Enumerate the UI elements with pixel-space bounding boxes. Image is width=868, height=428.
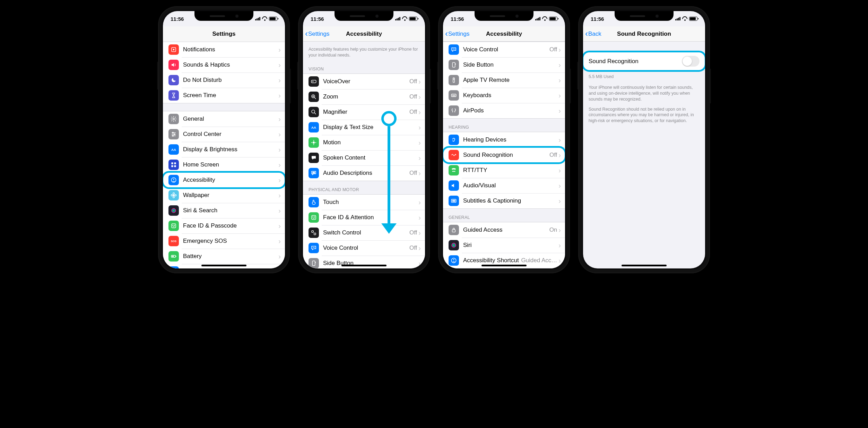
- row-control-center[interactable]: Control Center›: [163, 127, 285, 142]
- home-indicator[interactable]: [201, 265, 246, 266]
- content-area[interactable]: Accessibility features help you customiz…: [303, 42, 425, 268]
- row-motion[interactable]: Motion›: [303, 135, 425, 150]
- side-button-icon: [449, 60, 459, 70]
- svg-rect-24: [172, 224, 176, 228]
- row-rtt-tty[interactable]: RTT/TTY›: [443, 163, 565, 178]
- row-sound-recog[interactable]: Sound RecognitionOff›: [443, 147, 565, 163]
- page-title: Settings: [212, 31, 235, 37]
- row-side-button[interactable]: Side Button›: [443, 57, 565, 72]
- chevron-left-icon: ‹: [445, 29, 448, 38]
- page-title: Accessibility: [346, 31, 382, 37]
- chevron-right-icon: ›: [278, 238, 281, 245]
- content-area[interactable]: Sound Recognition5.5 MB UsedYour iPhone …: [583, 42, 705, 268]
- row-face-id[interactable]: Face ID & Passcode›: [163, 218, 285, 233]
- row-magnifier[interactable]: MagnifierOff›: [303, 104, 425, 120]
- row-value: Off: [409, 229, 417, 236]
- row-siri-search[interactable]: Siri & Search›: [163, 203, 285, 218]
- svg-text:AA: AA: [311, 126, 316, 129]
- row-display-bright[interactable]: AADisplay & Brightness›: [163, 142, 285, 157]
- row-battery[interactable]: Battery›: [163, 249, 285, 264]
- row-display-text[interactable]: AADisplay & Text Size›: [303, 120, 425, 135]
- row-airpods[interactable]: AirPods›: [443, 103, 565, 118]
- row-screen-time[interactable]: Screen Time›: [163, 88, 285, 103]
- settings-group: VoiceOverOff›ZoomOff›MagnifierOff›AADisp…: [303, 74, 425, 181]
- row-side-button[interactable]: Side Button›: [303, 256, 425, 268]
- row-emergency-sos[interactable]: SOSEmergency SOS›: [163, 233, 285, 249]
- svg-point-7: [174, 134, 175, 135]
- spoken-content-icon: [309, 153, 319, 163]
- row-do-not-disturb[interactable]: Do Not Disturb›: [163, 72, 285, 88]
- voiceover-icon: [309, 76, 319, 87]
- row-notifications[interactable]: Notifications›: [163, 42, 285, 57]
- svg-point-32: [312, 81, 313, 82]
- display-text-icon: AA: [309, 122, 319, 132]
- row-audio-desc[interactable]: ADAudio DescriptionsOff›: [303, 165, 425, 181]
- row-audio-visual[interactable]: Audio/Visual›: [443, 178, 565, 193]
- row-apple-tv-r[interactable]: Apple TV Remote›: [443, 72, 565, 88]
- svg-rect-30: [172, 256, 174, 257]
- row-label: Voice Control: [463, 46, 549, 53]
- row-label: Siri: [463, 242, 558, 249]
- row-label: Side Button: [463, 61, 558, 68]
- settings-group: General›Control Center›AADisplay & Brigh…: [163, 111, 285, 268]
- svg-point-36: [313, 142, 315, 144]
- row-subtitles[interactable]: CCSubtitles & Captioning›: [443, 193, 565, 208]
- row-accessibility[interactable]: Accessibility›: [163, 172, 285, 188]
- status-time: 11:56: [171, 16, 184, 22]
- chevron-right-icon: ›: [558, 92, 561, 99]
- chevron-right-icon: ›: [558, 136, 561, 143]
- status-time: 11:56: [591, 16, 604, 22]
- svg-rect-12: [171, 165, 173, 167]
- row-spoken-content[interactable]: Spoken Content›: [303, 150, 425, 165]
- content-area[interactable]: Voice ControlOff›Side Button›Apple TV Re…: [443, 42, 565, 268]
- row-face-attn[interactable]: Face ID & Attention›: [303, 210, 425, 225]
- row-label: Touch: [323, 199, 418, 206]
- row-hearing-dev[interactable]: Hearing Devices›: [443, 132, 565, 147]
- row-touch[interactable]: Touch›: [303, 195, 425, 210]
- cellular-signal-icon: [535, 17, 540, 20]
- row-label: VoiceOver: [323, 78, 409, 85]
- svg-rect-47: [452, 62, 455, 67]
- row-zoom[interactable]: ZoomOff›: [303, 89, 425, 104]
- row-label: Spoken Content: [323, 154, 418, 161]
- row-siri[interactable]: Siri›: [443, 238, 565, 253]
- svg-point-22: [172, 209, 175, 212]
- back-button[interactable]: ‹Settings: [445, 26, 469, 41]
- row-guided-access[interactable]: Guided AccessOn›: [443, 222, 565, 238]
- row-voiceover[interactable]: VoiceOverOff›: [303, 74, 425, 89]
- chevron-right-icon: ›: [558, 77, 561, 84]
- content-area[interactable]: Notifications›Sounds & Haptics›Do Not Di…: [163, 42, 285, 268]
- chevron-right-icon: ›: [278, 177, 281, 183]
- back-button[interactable]: ‹Back: [585, 26, 601, 41]
- row-switch-ctrl[interactable]: Switch ControlOff›: [303, 225, 425, 240]
- back-button[interactable]: ‹Settings: [305, 26, 329, 41]
- row-sounds-haptics[interactable]: Sounds & Haptics›: [163, 57, 285, 72]
- row-voice-ctrl[interactable]: Voice ControlOff›: [303, 240, 425, 256]
- home-indicator[interactable]: [622, 265, 667, 266]
- toggle-switch[interactable]: [682, 56, 700, 67]
- svg-point-25: [173, 225, 173, 226]
- row-voice-ctrl[interactable]: Voice ControlOff›: [443, 42, 565, 57]
- svg-point-16: [173, 195, 175, 196]
- row-home-screen[interactable]: Home Screen›: [163, 157, 285, 172]
- row-keyboards[interactable]: Keyboards›: [443, 88, 565, 103]
- svg-point-18: [173, 196, 175, 198]
- row-wallpaper[interactable]: Wallpaper›: [163, 188, 285, 203]
- emergency-sos-icon: SOS: [168, 236, 179, 246]
- battery-icon: [549, 17, 557, 21]
- chevron-right-icon: ›: [558, 107, 561, 114]
- phone-accessibility-top: 11:56 ‹SettingsAccessibilityAccessibilit…: [298, 6, 430, 273]
- svg-rect-43: [312, 261, 315, 266]
- toggle-label: Sound Recognition: [589, 58, 682, 65]
- navbar: ‹SettingsAccessibility: [443, 26, 565, 42]
- svg-rect-29: [176, 256, 176, 257]
- svg-rect-13: [174, 165, 176, 167]
- row-label: Accessibility Shortcut: [463, 257, 521, 264]
- row-general[interactable]: General›: [163, 111, 285, 127]
- home-indicator[interactable]: [341, 265, 387, 266]
- row-label: Display & Text Size: [323, 124, 418, 131]
- chevron-right-icon: ›: [558, 197, 561, 204]
- row-label: Audio/Visual: [463, 182, 558, 189]
- sound-recognition-toggle-row[interactable]: Sound Recognition: [583, 52, 705, 70]
- home-indicator[interactable]: [481, 265, 527, 266]
